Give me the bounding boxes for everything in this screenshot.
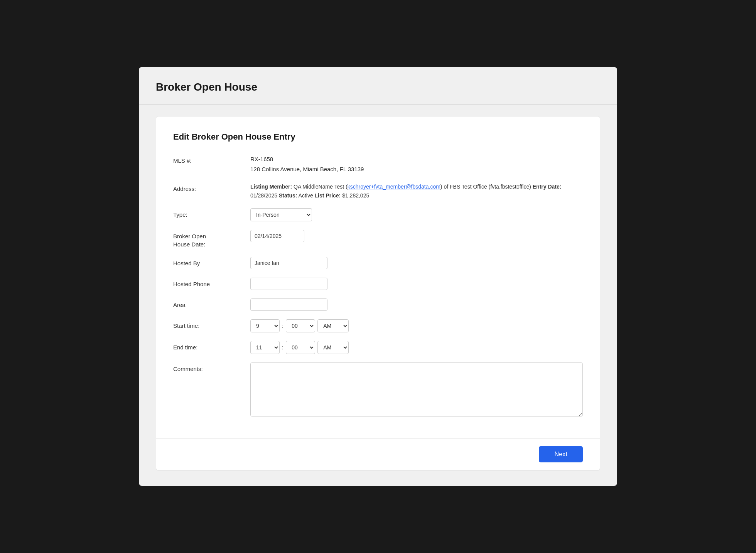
end-time-label: End time: — [173, 341, 250, 351]
hosted-by-field — [250, 257, 583, 269]
status-value: Active — [299, 192, 313, 199]
area-label: Area — [173, 298, 250, 309]
mls-label: MLS #: — [173, 154, 250, 165]
area-input[interactable] — [250, 298, 327, 311]
hosted-phone-input[interactable] — [250, 278, 327, 290]
start-time-group: 1 2 3 4 5 6 7 8 9 10 11 — [250, 319, 583, 332]
listing-member-label: Listing Member: — [250, 184, 292, 190]
hosted-phone-field — [250, 278, 583, 290]
start-time-colon: : — [282, 322, 284, 329]
hosted-by-row: Hosted By — [173, 257, 583, 269]
start-period-select[interactable]: AM PM — [317, 319, 349, 332]
end-hour-select[interactable]: 1 2 3 4 5 6 7 8 9 10 11 — [250, 341, 280, 354]
hosted-phone-label: Hosted Phone — [173, 278, 250, 288]
broker-date-field — [250, 230, 583, 242]
end-time-field: 1 2 3 4 5 6 7 8 9 10 11 — [250, 341, 583, 354]
entry-date-value: 01/28/2025 — [250, 192, 277, 199]
form-body: MLS #: RX-1658 128 Collins Avenue, Miami… — [173, 154, 583, 438]
hosted-by-input[interactable] — [250, 257, 327, 269]
form-card: Edit Broker Open House Entry MLS #: RX-1… — [156, 116, 600, 470]
mls-address: 128 Collins Avenue, Miami Beach, FL 3313… — [250, 164, 583, 174]
status-label: Status: — [279, 192, 297, 199]
mls-number: RX-1658 — [250, 154, 583, 164]
type-row: Type: In-Person Virtual Hybrid — [173, 208, 583, 221]
mls-row: MLS #: RX-1658 128 Collins Avenue, Miami… — [173, 154, 583, 174]
start-hour-select[interactable]: 1 2 3 4 5 6 7 8 9 10 11 — [250, 319, 280, 332]
outer-container: Broker Open House Edit Broker Open House… — [139, 67, 617, 486]
start-time-field: 1 2 3 4 5 6 7 8 9 10 11 — [250, 319, 583, 332]
start-time-row: Start time: 1 2 3 4 5 6 7 8 — [173, 319, 583, 332]
start-minute-select[interactable]: 00 15 30 45 — [286, 319, 315, 332]
start-time-label: Start time: — [173, 319, 250, 330]
type-field: In-Person Virtual Hybrid — [250, 208, 583, 221]
mls-field: RX-1658 128 Collins Avenue, Miami Beach,… — [250, 154, 583, 174]
page-content: Edit Broker Open House Entry MLS #: RX-1… — [139, 105, 617, 486]
hosted-by-label: Hosted By — [173, 257, 250, 267]
page-header: Broker Open House — [139, 67, 617, 105]
address-field: Listing Member: QA MiddleName Test (ksch… — [250, 182, 583, 200]
broker-date-row: Broker OpenHouse Date: — [173, 230, 583, 248]
comments-row: Comments: — [173, 362, 583, 418]
page-title: Broker Open House — [156, 81, 600, 93]
comments-label: Comments: — [173, 362, 250, 373]
listing-member-email-link[interactable]: kschroyer+fvta_member@fbsdata.com — [348, 184, 440, 190]
end-time-row: End time: 1 2 3 4 5 6 7 8 — [173, 341, 583, 354]
list-price-value: $1,282,025 — [342, 192, 369, 199]
area-field — [250, 298, 583, 311]
entry-date-label: Entry Date: — [533, 184, 562, 190]
end-time-group: 1 2 3 4 5 6 7 8 9 10 11 — [250, 341, 583, 354]
end-period-select[interactable]: AM PM — [317, 341, 349, 354]
end-minute-select[interactable]: 00 15 30 45 — [286, 341, 315, 354]
form-footer: Next — [156, 438, 600, 470]
comments-field — [250, 362, 583, 418]
hosted-phone-row: Hosted Phone — [173, 278, 583, 290]
broker-date-label: Broker OpenHouse Date: — [173, 230, 250, 248]
area-row: Area — [173, 298, 583, 311]
address-label: Address: — [173, 182, 250, 193]
listing-member-office: of FBS Test Office (fvta.fbstestoffice) — [444, 184, 531, 190]
form-card-title: Edit Broker Open House Entry — [173, 132, 583, 142]
type-select[interactable]: In-Person Virtual Hybrid — [250, 208, 312, 221]
type-label: Type: — [173, 208, 250, 219]
list-price-label: List Price: — [315, 192, 341, 199]
comments-textarea[interactable] — [250, 362, 583, 416]
listing-member-name: QA MiddleName Test — [294, 184, 344, 190]
next-button[interactable]: Next — [539, 446, 583, 462]
broker-date-input[interactable] — [250, 230, 304, 242]
end-time-colon: : — [282, 344, 284, 351]
address-row: Address: Listing Member: QA MiddleName T… — [173, 182, 583, 200]
